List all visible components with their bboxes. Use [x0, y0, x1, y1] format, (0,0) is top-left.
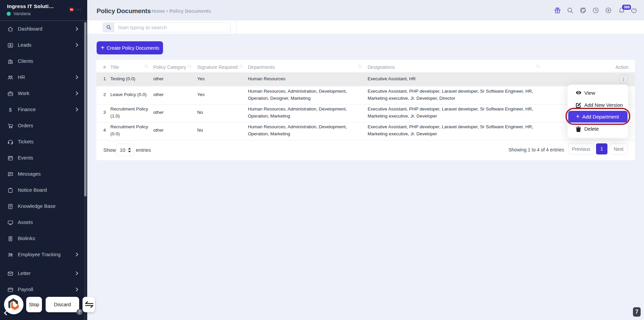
svg-text:$: $	[9, 107, 12, 112]
